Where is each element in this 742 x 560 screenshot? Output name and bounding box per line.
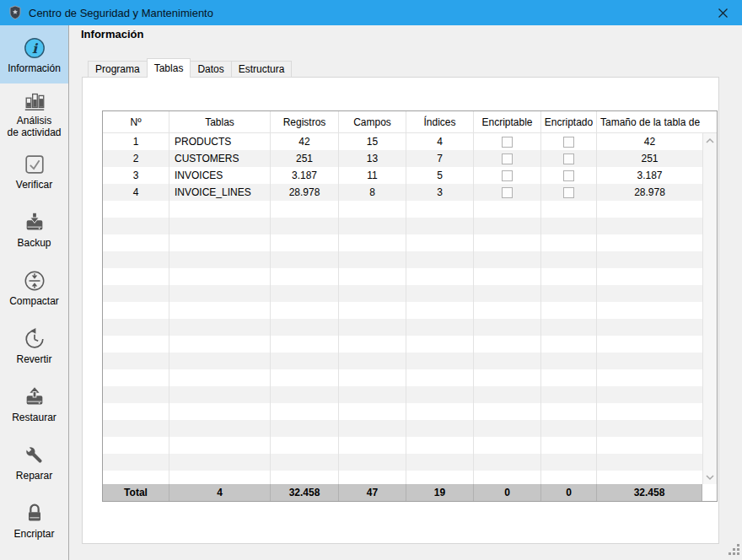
sidebar-item-verificar[interactable]: Verificar [0,142,68,200]
cell-fields: 8 [339,184,406,201]
cell-encriptable [474,184,541,201]
table-row[interactable]: 2CUSTOMERS251137251 [103,150,702,167]
empty-table-row[interactable] [103,251,702,268]
tab-estructura[interactable]: Estructura [231,61,293,78]
sidebar-item-backup[interactable]: Backup [0,200,68,258]
table-row[interactable]: 4INVOICE_LINES28.9788328.978 [103,184,702,201]
empty-table-row[interactable] [103,386,702,403]
cell-table-name: INVOICES [169,167,271,184]
empty-table-row[interactable] [103,336,702,353]
empty-cell [597,201,702,218]
empty-cell [541,251,597,268]
window-title: Centro de Seguridad y Mantenimiento [29,7,213,19]
tab-tablas[interactable]: Tablas [147,58,191,78]
sidebar-item-restaurar[interactable]: Restaurar [0,374,68,433]
empty-cell [406,454,474,471]
empty-table-row[interactable] [103,218,702,234]
sidebar-item-informacion[interactable]: iInformación [0,25,68,83]
tab-programa[interactable]: Programa [88,61,148,78]
total-cell-encriptable: 0 [474,484,541,501]
empty-table-row[interactable] [103,285,702,302]
empty-table-row[interactable] [103,454,702,471]
empty-cell [339,437,406,454]
empty-cell [406,336,474,353]
empty-table-row[interactable] [103,234,702,251]
sidebar-item-reparar[interactable]: Reparar [0,433,68,491]
encriptado-checkbox[interactable] [563,170,574,181]
empty-cell [169,218,271,234]
drive-upload-icon [23,384,46,411]
empty-cell [103,353,169,369]
empty-cell [474,201,541,218]
empty-cell [474,403,541,420]
sidebar-item-label: Análisis de actividad [7,116,61,139]
scroll-up-button[interactable] [703,133,717,148]
cell-indexes: 7 [406,150,474,167]
empty-cell [406,251,474,268]
empty-table-row[interactable] [103,353,702,369]
encriptable-checkbox[interactable] [502,187,513,198]
table-row[interactable]: 1PRODUCTS4215442 [103,133,702,150]
empty-cell [339,285,406,302]
empty-cell [406,437,474,454]
table-body: 1PRODUCTS42154422CUSTOMERS2511372513INVO… [103,133,717,484]
empty-cell [541,369,597,386]
empty-cell [474,234,541,251]
encriptable-checkbox[interactable] [502,153,513,164]
table-vertical-scrollbar[interactable] [702,133,717,484]
window-resize-grip[interactable] [729,544,739,557]
total-cell-size: 32.458 [597,484,702,501]
cell-records: 251 [271,150,339,167]
sidebar-item-label: Backup [17,238,51,250]
encriptado-checkbox[interactable] [563,187,574,198]
empty-table-row[interactable] [103,319,702,336]
empty-table-row[interactable] [103,471,702,484]
empty-table-row[interactable] [103,437,702,454]
column-header-encriptado: Encriptado [541,111,597,132]
empty-cell [597,454,702,471]
empty-cell [474,251,541,268]
empty-cell [541,420,597,437]
cell-encriptado [541,150,597,167]
empty-cell [541,454,597,471]
empty-cell [103,201,169,218]
scroll-down-button[interactable] [703,470,717,484]
empty-cell [541,386,597,403]
cell-records: 3.187 [271,167,339,184]
cell-n: 2 [103,150,169,167]
empty-cell [103,251,169,268]
column-header-records: Registros [271,111,339,132]
column-header-size: Tamaño de la tabla de [597,111,717,132]
empty-table-row[interactable] [103,420,702,437]
encriptado-checkbox[interactable] [563,137,574,148]
tab-datos[interactable]: Datos [190,61,231,78]
empty-cell [541,285,597,302]
sidebar-item-encriptar[interactable]: Encriptar [0,491,68,549]
empty-cell [406,218,474,234]
empty-cell [406,201,474,218]
empty-cell [474,319,541,336]
empty-cell [474,386,541,403]
sidebar-item-compactar[interactable]: Compactar [0,258,68,316]
empty-table-row[interactable] [103,369,702,386]
cell-indexes: 5 [406,167,474,184]
empty-table-row[interactable] [103,302,702,319]
empty-cell [474,336,541,353]
empty-table-row[interactable] [103,268,702,285]
empty-table-row[interactable] [103,403,702,420]
encriptable-checkbox[interactable] [502,170,513,181]
cell-n: 4 [103,184,169,201]
empty-cell [339,369,406,386]
empty-table-row[interactable] [103,201,702,218]
encriptado-checkbox[interactable] [563,153,574,164]
sidebar-item-analisis[interactable]: Análisis de actividad [0,83,68,142]
encriptable-checkbox[interactable] [502,137,513,148]
table-row[interactable]: 3INVOICES3.1871153.187 [103,167,702,184]
history-clock-icon [23,326,46,353]
total-cell-tables: 4 [169,484,271,501]
empty-cell [271,234,339,251]
empty-cell [406,285,474,302]
sidebar-item-revertir[interactable]: Revertir [0,316,68,374]
close-button[interactable] [703,0,742,25]
empty-cell [169,437,271,454]
